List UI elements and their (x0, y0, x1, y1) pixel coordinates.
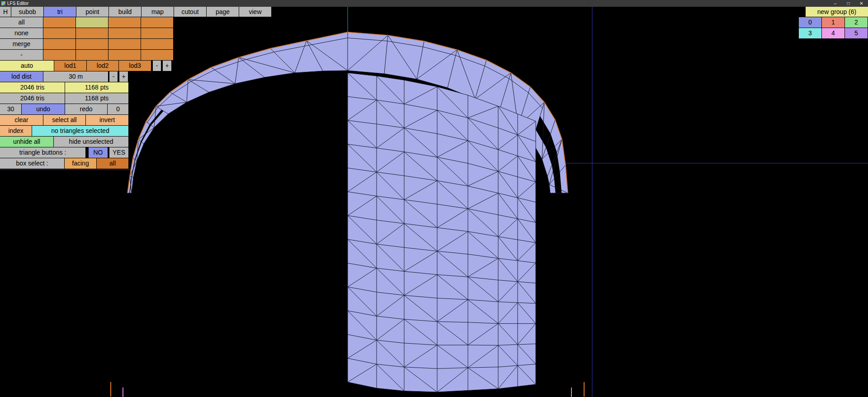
lod2-button[interactable]: lod2 (87, 61, 118, 71)
selection-status: no triangles selected (32, 126, 128, 136)
invert-button[interactable]: invert (86, 115, 128, 125)
lod-dist-label: lod dist (0, 71, 43, 82)
new-group-button[interactable]: new group (6) (806, 7, 868, 17)
palette-cell[interactable] (76, 17, 108, 28)
palette-cell[interactable] (76, 50, 108, 60)
palette-grid (43, 17, 173, 60)
palette-cell[interactable] (141, 50, 173, 60)
redo-count: 0 (108, 104, 128, 114)
none-button[interactable]: none (0, 28, 43, 38)
menu-item-map[interactable]: map (142, 7, 174, 17)
minimize-button[interactable]: – (829, 0, 842, 7)
box-select-label: box select : (0, 158, 64, 169)
palette-cell[interactable] (76, 39, 108, 49)
menu-item-h[interactable]: H (0, 7, 11, 17)
palette-cell[interactable] (108, 39, 141, 49)
lod3-button[interactable]: lod3 (119, 61, 151, 71)
merge-button[interactable]: merge (0, 39, 43, 49)
group-button-5[interactable]: 5 (845, 28, 868, 38)
triangle-buttons-yes[interactable]: YES (109, 147, 128, 158)
group-button-3[interactable]: 3 (799, 28, 821, 38)
menu-item-point[interactable]: point (76, 7, 108, 17)
window-controls: – □ ✕ (829, 0, 868, 7)
hide-unselected-button[interactable]: hide unselected (54, 137, 128, 147)
unhide-all-button[interactable]: unhide all (0, 137, 53, 147)
group-button-0[interactable]: 0 (799, 17, 821, 28)
lod-dist-minus-button[interactable]: - (109, 71, 118, 82)
app-icon (1, 1, 5, 5)
box-select-facing[interactable]: facing (65, 158, 96, 169)
palette-cell[interactable] (141, 39, 173, 49)
palette-cell[interactable] (141, 17, 173, 28)
palette-cell[interactable] (43, 50, 75, 60)
triangle-buttons-label: triangle buttons : (0, 147, 85, 158)
palette-cell[interactable] (76, 28, 108, 38)
palette-cell[interactable] (108, 17, 141, 28)
tris-count-total: 2046 tris (0, 93, 65, 104)
pts-count-total: 1168 pts (65, 93, 128, 104)
clear-button[interactable]: clear (0, 115, 43, 125)
group-button-1[interactable]: 1 (822, 17, 844, 28)
lod-plus-button[interactable]: + (163, 61, 171, 71)
pts-count-selected: 1168 pts (65, 82, 128, 93)
menu-item-tri[interactable]: tri (44, 7, 76, 17)
dash-button[interactable]: - (0, 50, 43, 60)
group-button-4[interactable]: 4 (822, 28, 844, 38)
palette-cell[interactable] (108, 28, 141, 38)
lod1-button[interactable]: lod1 (54, 61, 86, 71)
tris-count-selected: 2046 tris (0, 82, 65, 93)
auto-button[interactable]: auto (0, 61, 54, 71)
palette-cell[interactable] (43, 28, 75, 38)
redo-button[interactable]: redo (65, 104, 107, 114)
menu-item-view[interactable]: view (239, 7, 271, 17)
palette-cell[interactable] (108, 50, 141, 60)
lod-minus-button[interactable]: - (153, 61, 161, 71)
lod-dist-plus-button[interactable]: + (119, 71, 128, 82)
titlebar: LFS Editor – □ ✕ (0, 0, 868, 7)
menu-item-build[interactable]: build (109, 7, 141, 17)
close-button[interactable]: ✕ (855, 0, 868, 7)
menu-item-subob[interactable]: subob (11, 7, 43, 17)
maximize-button[interactable]: □ (842, 0, 855, 7)
select-all-button[interactable]: select all (43, 115, 85, 125)
index-button[interactable]: index (0, 126, 32, 136)
lod-dist-value: 30 m (43, 71, 108, 82)
mesh (127, 32, 568, 392)
all-button[interactable]: all (0, 17, 43, 28)
palette-cell[interactable] (43, 17, 75, 28)
box-select-all[interactable]: all (97, 158, 128, 169)
triangle-buttons-no[interactable]: NO (89, 147, 108, 158)
palette-cell[interactable] (43, 39, 75, 49)
menu-item-page[interactable]: page (207, 7, 239, 17)
window-title: LFS Editor (7, 0, 28, 7)
palette-cell[interactable] (141, 28, 173, 38)
undo-button[interactable]: undo (22, 104, 65, 114)
menu-item-cutout[interactable]: cutout (174, 7, 206, 17)
group-button-2[interactable]: 2 (845, 17, 868, 28)
undo-count: 30 (0, 104, 21, 114)
